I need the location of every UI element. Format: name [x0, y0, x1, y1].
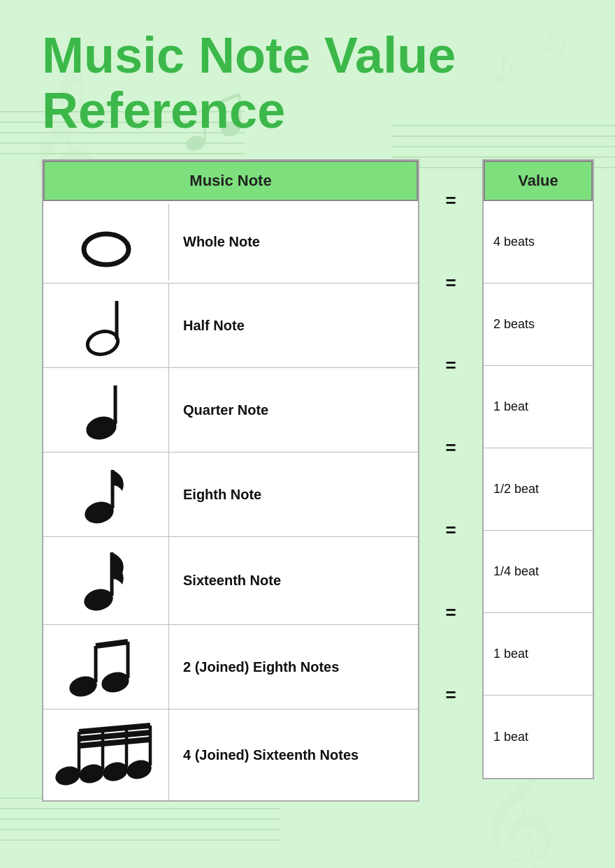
whole-note-icon	[78, 211, 134, 274]
half-note-icon-cell	[43, 284, 169, 367]
table-row: Sixteenth Note	[43, 537, 418, 625]
eighth-note-icon-cell	[43, 453, 169, 536]
quarter-note-icon	[82, 375, 131, 445]
value-sixteenth: 1/4 beat	[484, 531, 593, 613]
right-table: Value 4 beats 2 beats 1 beat 1/2 beat 1/…	[482, 159, 594, 779]
eighth-note-name: Eighth Note	[169, 480, 418, 510]
table-row: Half Note	[43, 284, 418, 368]
joined-sixteenth-notes-icon	[55, 716, 157, 793]
sixteenth-note-icon	[82, 544, 131, 617]
joined-sixteenth-notes-icon-cell	[43, 709, 169, 800]
half-note-icon	[82, 290, 131, 360]
equals-eighth: =	[445, 406, 456, 489]
sixteenth-note-icon-cell	[43, 537, 169, 624]
equals-sixteenth: =	[445, 489, 456, 571]
quarter-note-icon-cell	[43, 368, 169, 452]
whole-note-name: Whole Note	[169, 227, 418, 257]
quarter-note-name: Quarter Note	[169, 395, 418, 425]
title-line2: Reference	[42, 82, 285, 138]
table-row: Whole Note	[43, 201, 418, 284]
sixteenth-note-name: Sixteenth Note	[169, 566, 418, 596]
equals-whole: =	[445, 159, 456, 242]
value-eighth: 1/2 beat	[484, 448, 593, 531]
title-section: Music Note Value Reference	[42, 28, 573, 138]
table-row: Quarter Note	[43, 368, 418, 453]
value-joined-sixteenth: 1 beat	[484, 696, 593, 778]
left-table-body: Whole Note Half Note	[43, 201, 418, 800]
value-quarter: 1 beat	[484, 366, 593, 448]
equals-joined-eighth: =	[445, 571, 456, 654]
value-header: Value	[484, 161, 593, 201]
svg-line-37	[96, 642, 128, 646]
table-row: Eighth Note	[43, 453, 418, 537]
table-area: Music Note Whole Note	[42, 159, 573, 802]
equals-column: = = = = = = =	[433, 159, 468, 736]
half-note-name: Half Note	[169, 311, 418, 341]
page-title: Music Note Value Reference	[42, 28, 573, 138]
left-table: Music Note Whole Note	[42, 159, 419, 802]
title-line1: Music Note Value	[42, 27, 456, 83]
equals-half: =	[445, 242, 456, 324]
joined-sixteenth-notes-name: 4 (Joined) Sixteenth Notes	[169, 740, 418, 770]
joined-eighth-notes-icon	[68, 632, 145, 702]
svg-point-24	[84, 234, 129, 265]
joined-eighth-notes-icon-cell	[43, 625, 169, 709]
table-row: 4 (Joined) Sixteenth Notes	[43, 709, 418, 800]
table-row: 2 (Joined) Eighth Notes	[43, 625, 418, 709]
value-half: 2 beats	[484, 284, 593, 366]
equals-joined-sixteenth: =	[445, 654, 456, 736]
eighth-note-icon	[82, 459, 131, 529]
joined-eighth-notes-name: 2 (Joined) Eighth Notes	[169, 652, 418, 682]
right-table-body: 4 beats 2 beats 1 beat 1/2 beat 1/4 beat…	[484, 201, 593, 778]
value-whole: 4 beats	[484, 201, 593, 284]
value-joined-eighth: 1 beat	[484, 613, 593, 696]
music-note-header: Music Note	[43, 161, 418, 201]
equals-quarter: =	[445, 324, 456, 406]
whole-note-icon-cell	[43, 204, 169, 281]
